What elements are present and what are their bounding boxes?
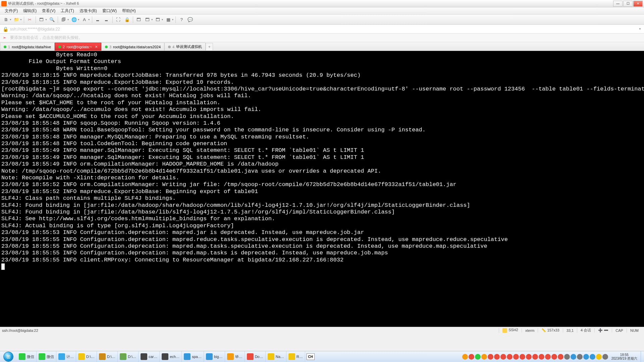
dropdown-icon[interactable]: ▼ xyxy=(172,18,174,21)
lock-icon[interactable]: 🔒 xyxy=(123,16,131,23)
tray-icon[interactable] xyxy=(545,354,551,360)
new-tab-button[interactable]: + xyxy=(206,43,213,50)
taskbar-app[interactable]: spa… xyxy=(182,351,204,362)
dropdown-icon[interactable]: ▼ xyxy=(20,18,22,21)
tray-icon[interactable] xyxy=(513,354,519,360)
app-icon xyxy=(184,353,191,360)
app-icon xyxy=(58,353,65,360)
taskbar-app[interactable]: car… xyxy=(139,351,160,362)
feedback-icon[interactable]: 💬 xyxy=(186,16,194,23)
close-button[interactable]: ✕ xyxy=(633,1,643,7)
ime-indicator[interactable]: CH xyxy=(307,353,315,360)
taskbar-app[interactable]: Do… xyxy=(245,351,266,362)
menu-view[interactable]: 查看(V) xyxy=(39,8,58,14)
tool-icon[interactable]: 🗕 xyxy=(103,16,111,23)
menu-edit[interactable]: 编辑(E) xyxy=(20,8,39,14)
tray-icon[interactable] xyxy=(564,354,570,360)
copy-icon[interactable]: 🗐 xyxy=(60,16,68,23)
search-icon[interactable]: 🔍 xyxy=(48,16,56,23)
menu-tools[interactable]: 工具(T) xyxy=(58,8,76,14)
tool-icon[interactable]: 🗕 xyxy=(94,16,102,23)
tab-2[interactable]: 2 root@bigdata:~ ✕ xyxy=(55,43,101,51)
app-label: 毕… xyxy=(235,354,243,359)
address-bar[interactable]: 🔒 ssh://root:******@bigdata:22 ▼ xyxy=(0,25,644,34)
taskbar-app[interactable]: Na… xyxy=(266,351,286,362)
taskbar-app[interactable]: 毕… xyxy=(225,351,245,362)
tray-icon[interactable] xyxy=(488,354,493,360)
tool-icon[interactable]: 🗔 xyxy=(144,16,152,23)
taskbar-app[interactable]: D:\… xyxy=(97,351,118,362)
properties-icon[interactable]: 🗔 xyxy=(38,16,46,23)
tray-icon[interactable] xyxy=(500,354,506,360)
tab-4[interactable]: 4 毕设测试虚拟机 xyxy=(164,43,206,51)
menu-window[interactable]: 窗口(W) xyxy=(100,8,119,14)
show-desktop-button[interactable] xyxy=(641,351,644,362)
taskbar-app[interactable]: D:\… xyxy=(76,351,97,362)
taskbar-app[interactable]: D:\… xyxy=(118,351,139,362)
tab-1[interactable]: 1 root@bigdata:/data/hive xyxy=(0,43,55,51)
dropdown-icon[interactable]: ▼ xyxy=(67,18,69,21)
tray-icon[interactable] xyxy=(494,354,500,360)
open-icon[interactable]: 📁 xyxy=(12,16,20,23)
taskbar-app[interactable]: ech… xyxy=(160,351,182,362)
new-session-icon[interactable]: 🗎 xyxy=(2,16,10,23)
disconnect-icon[interactable]: ✂ xyxy=(26,16,34,23)
app-icon xyxy=(162,353,168,360)
menu-file[interactable]: 文件(F) xyxy=(2,8,20,14)
tray-icon[interactable] xyxy=(596,354,602,360)
taskbar-app[interactable]: R… xyxy=(286,351,305,362)
dropdown-icon[interactable]: ▼ xyxy=(45,18,47,21)
maximize-button[interactable]: ☐ xyxy=(623,1,633,7)
tray-icon[interactable] xyxy=(558,354,564,360)
menu-tabs[interactable]: 选项卡(B) xyxy=(77,8,100,14)
app-icon xyxy=(141,353,147,360)
menu-help[interactable]: 帮助(H) xyxy=(119,8,139,14)
tray-icon[interactable] xyxy=(520,354,525,360)
status-pos: 33,1 xyxy=(563,328,577,333)
system-tray[interactable] xyxy=(462,354,608,360)
tray-icon[interactable] xyxy=(526,354,532,360)
fullscreen-icon[interactable]: ⛶ xyxy=(114,16,122,23)
taskbar-clock[interactable]: 18:55 2023/8/19 星期六 xyxy=(608,353,641,360)
taskbar-app[interactable]: big… xyxy=(204,351,225,362)
app-label: car… xyxy=(149,355,157,359)
tray-icon[interactable] xyxy=(590,354,595,360)
tray-icon[interactable] xyxy=(481,354,487,360)
tool-icon[interactable]: 🗔 xyxy=(154,16,162,23)
dropdown-icon[interactable]: ▼ xyxy=(9,18,12,21)
dropdown-icon[interactable]: ▼ xyxy=(88,18,90,21)
tray-icon[interactable] xyxy=(469,354,474,360)
font-icon[interactable]: A xyxy=(80,16,89,23)
tray-icon[interactable] xyxy=(462,354,468,360)
start-button[interactable]: ⊞ xyxy=(0,351,17,362)
tray-icon[interactable] xyxy=(539,354,544,360)
tray-icon[interactable] xyxy=(602,354,608,360)
minimize-button[interactable]: — xyxy=(613,1,623,7)
dropdown-icon[interactable]: ▼ xyxy=(151,18,153,21)
tray-icon[interactable] xyxy=(475,354,481,360)
web-icon[interactable]: 🌐 xyxy=(70,16,78,23)
separator xyxy=(58,16,58,23)
tray-icon[interactable] xyxy=(551,354,557,360)
taskbar-app[interactable]: 微信 xyxy=(17,351,37,362)
bookmark-icon[interactable]: ➣ xyxy=(3,35,8,41)
layout-icon[interactable]: ▦ xyxy=(164,16,172,23)
tray-icon[interactable] xyxy=(577,354,583,360)
status-bar: ssh://root@bigdata:22 SSH2 xterm 📏 157x3… xyxy=(0,327,644,334)
tool-icon[interactable]: 🗔 xyxy=(135,16,143,23)
app-label: 微信 xyxy=(47,354,54,359)
taskbar-app[interactable]: 计… xyxy=(56,351,76,362)
terminal-output[interactable]: Bytes Read=0 File Output Format Counters… xyxy=(0,51,644,327)
dropdown-icon[interactable]: ▼ xyxy=(639,27,641,31)
help-icon[interactable]: ? xyxy=(177,16,185,23)
tray-icon[interactable] xyxy=(583,354,589,360)
tray-icon[interactable] xyxy=(532,354,538,360)
dropdown-icon[interactable]: ▼ xyxy=(161,18,164,21)
tray-icon[interactable] xyxy=(571,354,576,360)
session-tabs: 1 root@bigdata:/data/hive 2 root@bigdata… xyxy=(0,42,644,51)
dropdown-icon[interactable]: ▼ xyxy=(77,18,80,21)
close-tab-icon[interactable]: ✕ xyxy=(95,45,98,49)
tray-icon[interactable] xyxy=(507,354,513,360)
tab-3[interactable]: 3 root@bigdata:/data/cars2024 xyxy=(101,43,164,51)
taskbar-app[interactable]: 微信 xyxy=(37,351,56,362)
